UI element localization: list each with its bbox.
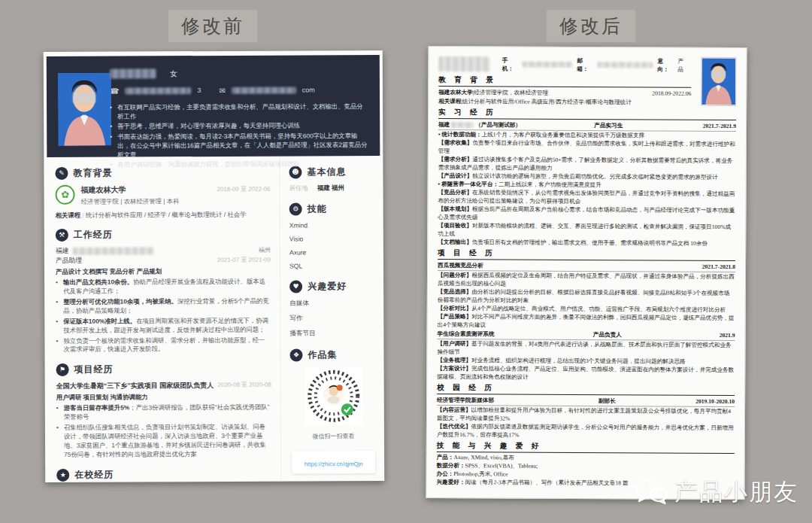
rp-project-name: 学生综合素质测评系统 <box>438 330 565 339</box>
id-photo-after <box>701 57 736 106</box>
interest-item: 自媒体 <box>289 299 376 309</box>
portfolio-link-bar: https://zhicv.cn/qjmQjn <box>292 451 375 473</box>
email-tail: com <box>302 86 315 93</box>
work-date: 2021-07 至 2021-09 <box>217 256 271 264</box>
portfolio-icon: ❖ <box>289 348 302 361</box>
courses-value: 统计分析与软件应用 / 经济学 / 概率论与数理统计 / 社会学 <box>86 211 247 219</box>
skills-icon: ⚙ <box>289 202 302 215</box>
section-title-project: 项目经历 <box>74 363 114 376</box>
interest-item: 播客节目 <box>289 329 376 339</box>
project-date: 2020-08 至 2020-08 <box>217 381 271 389</box>
rp-company-dept: （产品与测试部） <box>475 121 521 128</box>
rp-school-name: 福建农林大学 <box>438 89 473 96</box>
phone-tail: 3 <box>197 87 201 94</box>
rp-detail: 【方案设计】完成包括核心业务流程、产品定位、应用架构、功能模块、演进蓝图在内的整… <box>437 364 735 382</box>
rp-detail: 【用户调研】基于问题发生的背景，对4类用户代表进行访谈，从战略层面、技术层面和执… <box>437 339 735 357</box>
rp-project-name: 西瓜视频竞品分析 <box>438 261 565 270</box>
section-title-work: 工作经历 <box>74 229 113 242</box>
resume-after-page: 手机： 邮箱： 意向： 产品 教 育 背 景 福建农林大学|经济管理学院，农林经… <box>426 46 747 500</box>
label-after: 修改后 <box>547 10 635 42</box>
project-icon: ⚑ <box>56 363 69 376</box>
gender-text: 女 <box>170 68 177 79</box>
school-name: 福建农林大学 <box>81 184 180 196</box>
residence-value: 福建 福州 <box>317 184 344 191</box>
education-icon: ✎ <box>55 167 68 180</box>
work-role: 产品助理 <box>56 257 82 264</box>
rp-detail: 【文档输出】负责项目所有文档的管理维护，输出需求文档、使用手册、需求规格说明书等… <box>438 238 735 248</box>
school-meta: 经济管理学院 | 农林经济管理 | 本科 <box>81 197 180 206</box>
project-bullet: 游客当日留存率提升5%；产出3份调研报告，团队获得“社会实践优秀团队”荣誉称号 <box>56 403 271 422</box>
resume-before-header: 女 ☎ 3 ✉ com 有互联网产品实习经验，主要负责需求收集和分析、产品规划和… <box>47 55 380 157</box>
rp-section-skills: 技 能 与 兴 趣 爱 好 <box>437 440 735 454</box>
rp-company-redacted <box>451 122 474 128</box>
resume-before-page: 女 ☎ 3 ✉ com 有互联网产品实习经验，主要负责需求收集和分析、产品规划和… <box>44 50 384 482</box>
label-after-text: 修改后 <box>559 14 623 38</box>
summary-bullet: 善于思考，思维严谨，对心理学有浓厚兴趣，每天坚持同理心训练 <box>110 120 368 131</box>
rp-detail: 【需求分析】通过访谈搜集多个客户及竞品的50+需求，了解业务数据定义，分析其数据… <box>438 155 736 173</box>
company-redacted <box>73 247 154 254</box>
skill-item: Visio <box>289 235 376 243</box>
work-city: 福州 <box>259 246 271 254</box>
work-icon: ⚒ <box>56 229 68 242</box>
rp-detail: 【版本规划】根据当前产品所在周期及客户当前核心需求，结合市场和竞品动态，与产品经… <box>438 205 735 223</box>
work-bullet: 保证版本100%准时上线。在项目周期紧张和开发资源不足的情况下，协调技术部开发上… <box>56 316 271 335</box>
email-label: 邮箱： <box>577 56 592 73</box>
rp-detail: 【内容运营】以增加粉丝量和提升用户体验为目标，有针对性的进行文案主题策划及公众号… <box>437 406 735 424</box>
courses-label: 相关课程 <box>56 211 81 219</box>
section-title-interests: 兴趣爱好 <box>308 280 347 293</box>
portfolio-qr-code <box>304 366 362 425</box>
email-icon: ✉ <box>219 86 225 94</box>
watermark: 产品小朋友 <box>634 476 798 508</box>
skill-item: Axure <box>289 248 376 257</box>
rp-courses: 相关课程|统计分析与软件应用/Office 高级应用/西方经济学/概率论与数理统… <box>438 97 736 107</box>
project-bullets: 游客当日留存率提升5%；产出3份调研报告，团队获得“社会实践优秀团队”荣誉称号 … <box>56 403 271 460</box>
rp-section-campus: 校 园 经 历 <box>437 382 735 396</box>
phone-redacted <box>125 87 191 94</box>
section-title-portfolio: 作品集 <box>308 348 337 361</box>
rp-detail: 【竞品选择】由分析出的问题提出分析的目标、根据目标选择直接竞品好看视频、间接竞品… <box>438 287 735 306</box>
screenshot-stage: 修改前 修改后 女 <box>0 0 812 523</box>
rp-intern-date: 2021.7-2021.9 <box>651 121 736 130</box>
section-title-campus: 在校经历 <box>74 468 114 481</box>
portfolio-link[interactable]: https://zhicv.cn/qjmQjn <box>304 461 363 467</box>
phone-redacted-after <box>523 62 573 68</box>
intent-value: 产品 <box>677 57 688 74</box>
project-tags: 用户调研 项目策划 沟通协调能力 <box>56 393 271 402</box>
project-bullet: 召集组织队伍搜集相关信息，负责项目计划书策划制定、访谈策划、问卷设计，带领团队调… <box>56 423 271 460</box>
interest-item: 写作 <box>289 314 376 324</box>
rp-school-rest: |经济管理学院，农林经济管理 <box>473 89 548 96</box>
rp-detail: 【需求收集】负责整个项目来自行业市场、合作伙伴、竞品功能的需求收集，实时上传和跟… <box>438 138 736 157</box>
wechat-icon <box>634 478 668 506</box>
rp-campus-org: 经济管理学院新媒体部 <box>437 396 565 405</box>
work-bullet: 独立负责一个板块的需求收集和调研、需求分析，并输出功能原型，经一次需求评审后，快… <box>56 336 271 354</box>
work-bullet: 输出产品文档共10余份。协助产品经理开展业务流程及功能设计、版本迭代及客户沟通工… <box>56 278 271 296</box>
label-before-text: 修改前 <box>181 14 244 38</box>
campus-icon: ★ <box>56 469 69 482</box>
section-title-education: 教育背景 <box>73 167 112 180</box>
rp-detail: 【迭代优化】依据内部反馈渠道及数据监测定期访谈学生，分析公众号对用户的服务能力，… <box>437 422 735 440</box>
intent-label: 意向： <box>657 56 673 73</box>
name-redacted <box>110 68 156 78</box>
rp-company-prefix: 福建 <box>438 121 450 128</box>
rp-project-date: 2021.7-2021.8 <box>650 262 735 271</box>
rp-detail: 【项目验收】对新版本功能模块的流程、逻辑、交互、界面呈现进行多轮的测试，检查并解… <box>438 221 735 239</box>
summary-bullet: 有用户调研经验，沟通协调能力较强，曾组织带领国家级项目团队 <box>110 159 368 169</box>
education-date: 2018-09 至 2022-06 <box>217 185 270 193</box>
rp-detail: 【产品策略】对比不同产品不同维度方面的差异，衡量不同做法的利弊，回归西瓜视频产品… <box>438 312 735 330</box>
summary-bullet: 有互联网产品实习经验，主要负责需求收集和分析、产品规划和设计、文档输出、竞品分析… <box>110 102 368 121</box>
rp-campus-role: 副部长 <box>565 396 650 405</box>
label-before: 修改前 <box>168 10 257 42</box>
rp-detail: 【问题分析】根据西瓜视频的定位及生命周期，结合用户特征及需求、产品现状，并通过亲… <box>438 271 735 289</box>
work-tags: 产品设计 文档撰写 竞品分析 产品规划 <box>56 267 271 276</box>
rp-section-intern: 实 习 经 历 <box>438 107 736 120</box>
summary-bullets: 有互联网产品实习经验，主要负责需求收集和分析、产品规划和设计、文档输出、竞品分析… <box>110 102 371 169</box>
rp-project-role: 产品负责人 <box>565 330 650 339</box>
rp-project-date: 2021.9 <box>650 330 735 339</box>
resume-before-sidebar: ☻ 基本信息 居住地 福建 福州 ⚙ 技能 Xmind Visio Axure … <box>280 156 384 482</box>
company-prefix: 福建 <box>56 247 69 254</box>
project-name: 全国大学生暑期“三下乡”实践项目 国家级团队负责人 <box>56 382 214 390</box>
resume-before-main-column: ✎ 教育背景 ✿ 福建农林大学 经济管理学院 | 农林经济管理 | 本科 201… <box>44 157 281 482</box>
rp-section-education: 教 育 背 景 <box>438 74 691 88</box>
email-redacted-after <box>597 62 653 68</box>
phone-label: 手机： <box>502 56 518 72</box>
